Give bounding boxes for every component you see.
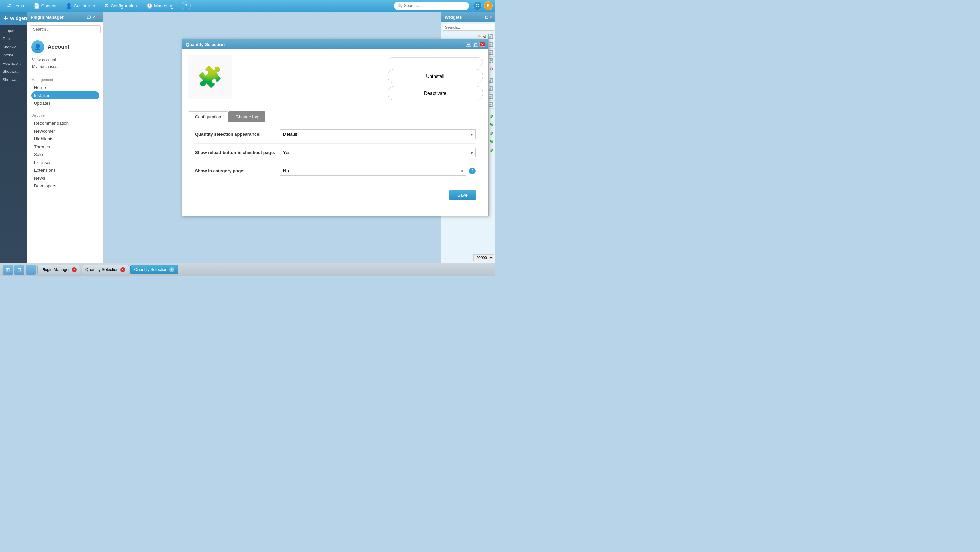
category-label: Show in category page:: [195, 168, 280, 173]
add-icon-15[interactable]: ⊕: [489, 139, 493, 144]
main-area: ✚ Widgets ▢ ↗ shopw... Title Shopwa... I…: [0, 11, 495, 263]
plus-icon: ✚: [3, 15, 8, 22]
nav-licenses[interactable]: Licenses: [31, 159, 99, 166]
tab-change-log[interactable]: Change log: [228, 111, 266, 122]
sidebar-item-3[interactable]: Intervi...: [0, 51, 27, 59]
items-icon: 🏷: [7, 3, 11, 8]
refresh-icon-3[interactable]: 🔄: [488, 50, 493, 55]
wl-close[interactable]: ✕: [489, 15, 492, 19]
taskbar-tab-qs-1-close[interactable]: ✕: [121, 267, 125, 272]
qs-dialog-title: Quantity Selection: [186, 42, 224, 47]
nav-home[interactable]: Home: [31, 84, 99, 92]
wl-minimize[interactable]: ▢: [485, 15, 488, 19]
sidebar-item-6[interactable]: Shopwa...: [0, 76, 27, 84]
widget-header: ✚ Widgets ▢ ↗: [0, 11, 27, 25]
nav-updates[interactable]: Updates: [31, 99, 99, 107]
taskbar-icon-1[interactable]: ⊟: [14, 265, 24, 275]
nav-newcomer[interactable]: Newcomer: [31, 127, 99, 135]
search-container: 🔍: [394, 2, 469, 10]
account-header: 👤 Account: [31, 40, 99, 53]
refresh-icon-1[interactable]: 🔄: [488, 34, 493, 39]
account-avatar: 👤: [31, 40, 44, 53]
delete-icon-5[interactable]: ⊖: [490, 66, 493, 71]
marketing-icon: 🕐: [147, 3, 153, 8]
add-icon-16[interactable]: ⊕: [489, 147, 493, 153]
refresh-icon-10[interactable]: 🔄: [488, 102, 493, 107]
nav-configuration[interactable]: ⚙ Configuration: [100, 1, 141, 11]
widget-search-container: [441, 22, 495, 32]
nav-items[interactable]: 🏷 Items: [3, 1, 28, 11]
refresh-icon-9[interactable]: 🔄: [488, 94, 493, 99]
nav-recommendation[interactable]: Recommendation: [31, 119, 99, 127]
delete-icon-1[interactable]: ⊖: [483, 34, 487, 39]
qs-close-btn[interactable]: ✕: [479, 42, 485, 47]
taskbar-tab-qs-2-close[interactable]: ✕: [169, 267, 174, 272]
nav-highlights[interactable]: Highlights: [31, 135, 99, 143]
tab-configuration[interactable]: Configuration: [188, 111, 228, 122]
taskbar-tab-plugin-manager[interactable]: Plugin Manager ✕: [37, 265, 80, 274]
taskbar-tab-plugin-manager-label: Plugin Manager: [41, 267, 70, 272]
add-icon-13[interactable]: ⊕: [489, 122, 493, 127]
reload-select[interactable]: Yes No: [280, 148, 476, 157]
appearance-select-wrapper: Default Style 1 Style 2 ▾: [280, 129, 476, 139]
sidebar-item-5[interactable]: Shopwa...: [0, 67, 27, 76]
uninstall-button[interactable]: Uninstall: [388, 69, 483, 83]
nav-themes[interactable]: Themes: [31, 143, 99, 151]
taskbar-tab-qs-2[interactable]: Quantity Selection ✕: [130, 265, 178, 274]
edit-icon-1[interactable]: ✏: [478, 34, 482, 39]
taskbar-icon-2[interactable]: ↓: [26, 265, 36, 275]
nav-customers[interactable]: 👤 Customers: [62, 1, 99, 11]
sidebar-item-0[interactable]: shopw...: [0, 27, 27, 35]
save-button[interactable]: Save: [449, 190, 476, 200]
management-section: Management Home Installed Updates: [27, 74, 103, 110]
widget-header-title: Widgets: [10, 16, 28, 21]
add-icon-14[interactable]: ⊕: [489, 130, 493, 136]
category-help-icon[interactable]: ?: [469, 168, 476, 174]
taskbar-tab-plugin-manager-close[interactable]: ✕: [72, 267, 76, 272]
sidebar-item-2[interactable]: Shopwa...: [0, 43, 27, 51]
reload-label: Show reload button in checkout page:: [195, 150, 280, 155]
add-icon-12[interactable]: ⊕: [489, 113, 493, 119]
view-account-link[interactable]: View account: [32, 57, 99, 63]
account-links: View account My purchases: [32, 57, 99, 70]
avatar-icon: 👤: [34, 43, 41, 51]
pagination-select[interactable]: 20000: [473, 254, 494, 261]
nav-content[interactable]: 📄 Content: [30, 1, 61, 11]
panel-close-icon[interactable]: ✕: [97, 14, 100, 19]
sidebar-item-4[interactable]: How Eco...: [0, 59, 27, 67]
refresh-icon-7[interactable]: 🔄: [488, 78, 493, 82]
refresh-icon-4[interactable]: 🔄: [488, 58, 493, 63]
help-button[interactable]: ?: [182, 2, 191, 10]
refresh-icon-8[interactable]: 🔄: [488, 86, 493, 91]
refresh-icon-2[interactable]: 🔄: [488, 42, 493, 47]
category-select[interactable]: No Yes: [280, 166, 466, 176]
nav-sale[interactable]: Sale: [31, 151, 99, 159]
sidebar-item-title[interactable]: Title: [0, 35, 27, 43]
deactivate-button[interactable]: Deactivate: [388, 86, 483, 100]
panel-expand-icon[interactable]: ↗: [92, 14, 95, 19]
widget-search-input[interactable]: [443, 24, 494, 31]
nav-marketing[interactable]: 🕐 Marketing: [143, 1, 178, 11]
taskbar-tab-qs-1[interactable]: Quantity Selection ✕: [82, 265, 129, 274]
appearance-select[interactable]: Default Style 1 Style 2: [280, 129, 476, 139]
qs-maximize-btn[interactable]: ▢: [473, 42, 478, 47]
nav-extensions[interactable]: Extensions: [31, 166, 99, 174]
widget-pagination: 20000: [473, 254, 494, 261]
nav-news[interactable]: News: [31, 174, 99, 182]
save-row: Save: [195, 184, 476, 203]
nav-developers[interactable]: Developers: [31, 182, 99, 190]
discover-section: Discover Recommendation Newcomer Highlig…: [27, 110, 103, 192]
qs-body: 🧩 Uninstall Deactivate: [182, 49, 488, 106]
customers-icon: 👤: [66, 3, 72, 8]
nav-content-label: Content: [41, 3, 57, 8]
taskbar-icon-0[interactable]: ⊞: [3, 265, 13, 275]
plugin-manager-panel: Plugin Manager ▢ ↗ ✕ 👤 Account View acco…: [27, 11, 104, 263]
panel-minimize-icon[interactable]: ▢: [87, 14, 91, 19]
plugin-search-input[interactable]: [30, 25, 101, 33]
qs-minimize-btn[interactable]: —: [466, 42, 471, 47]
user-button[interactable]: C: [473, 2, 482, 10]
my-purchases-link[interactable]: My purchases: [32, 63, 99, 70]
install-button[interactable]: [388, 57, 483, 66]
nav-installed[interactable]: Installed: [31, 92, 99, 99]
search-input[interactable]: [404, 3, 466, 8]
